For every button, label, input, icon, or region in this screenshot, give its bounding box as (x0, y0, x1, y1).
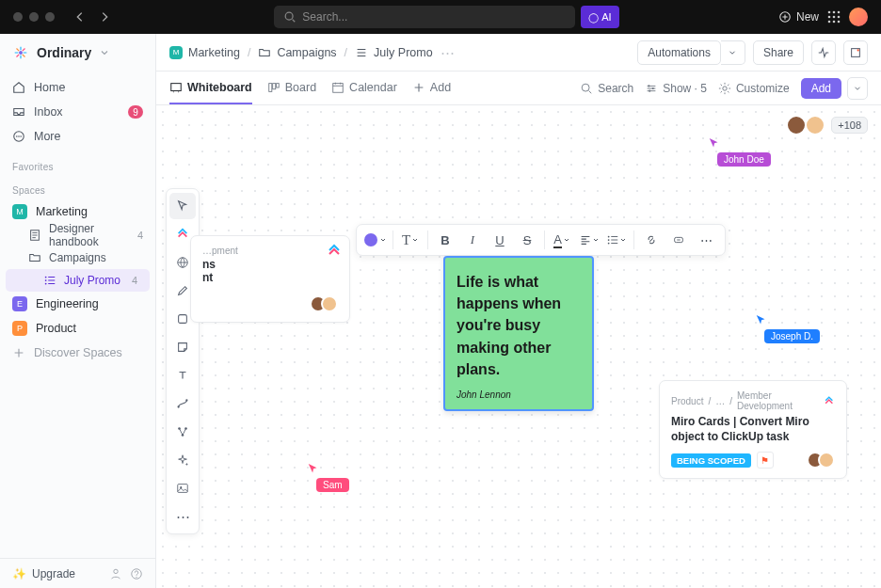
tab-whiteboard[interactable]: Whiteboard (169, 72, 252, 104)
tab-board[interactable]: Board (267, 72, 316, 104)
customize-button[interactable]: Customize (718, 82, 790, 95)
fullscreen-button[interactable] (843, 40, 868, 65)
assignee-avatar[interactable] (321, 295, 338, 312)
share-button[interactable]: Share (753, 40, 804, 65)
chevron-down-icon (592, 236, 600, 244)
tool-select[interactable] (169, 193, 196, 219)
tool-connector[interactable] (169, 390, 196, 417)
tool-text[interactable] (169, 362, 196, 389)
svg-point-4 (838, 11, 841, 14)
align-button[interactable] (576, 228, 602, 252)
sidebar-space-marketing[interactable]: M Marketing (0, 199, 155, 224)
sidebar-item-designer-handbook[interactable]: Designer handbook 4 (0, 224, 155, 246)
window-controls[interactable] (13, 12, 55, 22)
whiteboard-canvas[interactable]: +108 ⋯ …pment nsnt (156, 105, 881, 588)
card-crumb[interactable]: Member Development (737, 390, 819, 411)
tab-add-view[interactable]: Add (412, 72, 451, 104)
sidebar-discover-spaces[interactable]: Discover Spaces (0, 341, 155, 365)
ai-button[interactable]: ◯AI (581, 6, 618, 28)
more-format-button[interactable]: ⋯ (693, 228, 719, 252)
sidebar-item-campaigns[interactable]: Campaigns (0, 246, 155, 269)
titlebar: Search... ◯AI New (0, 0, 881, 34)
chevron-down-icon (563, 236, 570, 244)
automations-button[interactable]: Automations (637, 40, 721, 65)
connector-icon (176, 397, 189, 410)
help-icon[interactable] (130, 567, 143, 580)
tool-ai[interactable] (169, 447, 196, 473)
sidebar-item-more[interactable]: More (0, 124, 155, 149)
text-style-button[interactable]: T (397, 228, 424, 252)
global-search-input[interactable]: Search... (274, 6, 575, 28)
automations-dropdown[interactable] (721, 40, 745, 65)
back-button[interactable] (70, 7, 90, 27)
chevron-down-icon (99, 46, 110, 59)
presence-count[interactable]: +108 (831, 117, 868, 134)
convert-button[interactable] (665, 228, 692, 252)
sidebar-item-july-promo[interactable]: July Promo 4 (6, 269, 150, 292)
text-color-button[interactable]: A (549, 228, 575, 252)
tool-sticky[interactable] (169, 334, 196, 360)
activity-button[interactable] (811, 40, 836, 65)
presence-avatars[interactable]: +108 (786, 115, 868, 135)
close-window-icon[interactable] (13, 12, 23, 22)
chevron-left-icon (73, 10, 87, 24)
spaces-header: Spaces (0, 176, 155, 199)
sidebar-item-inbox[interactable]: Inbox 9 (0, 100, 155, 124)
view-search-button[interactable]: Search (580, 82, 633, 95)
priority-flag[interactable]: ⚑ (757, 452, 774, 469)
card-crumb[interactable]: Product (671, 396, 703, 406)
svg-rect-25 (171, 83, 182, 90)
sticky-author[interactable]: John Lennon (457, 389, 581, 400)
show-button[interactable]: Show · 5 (645, 82, 707, 95)
chevron-down-icon (619, 236, 627, 244)
add-dropdown[interactable] (847, 77, 868, 100)
person-icon[interactable] (109, 567, 122, 580)
apps-grid-icon[interactable] (826, 9, 841, 24)
sticky-note[interactable]: Life is what happens when you're busy ma… (443, 256, 594, 411)
upgrade-button[interactable]: ✨ Upgrade (12, 567, 102, 580)
list-button[interactable] (603, 228, 630, 252)
bullet-list-icon (606, 233, 619, 246)
svg-rect-29 (333, 83, 344, 92)
sidebar-space-engineering[interactable]: E Engineering (0, 292, 155, 316)
status-badge[interactable]: BEING SCOPED (671, 453, 751, 468)
presence-avatar[interactable] (805, 115, 825, 135)
forward-button[interactable] (94, 7, 115, 27)
sidebar-space-product[interactable]: P Product (0, 316, 155, 341)
breadcrumb-campaigns[interactable]: Campaigns (258, 46, 336, 59)
tool-image[interactable] (169, 475, 196, 501)
tab-calendar[interactable]: Calendar (331, 72, 397, 104)
task-card[interactable]: Product/ …/ Member Development Miro Card… (659, 380, 847, 479)
svg-point-3 (833, 11, 836, 14)
breadcrumb-july-promo[interactable]: July Promo (355, 46, 433, 59)
sidebar-item-home[interactable]: Home (0, 75, 155, 100)
maximize-window-icon[interactable] (45, 12, 55, 22)
task-card[interactable]: …pment nsnt (190, 235, 350, 323)
tool-relation[interactable] (169, 419, 196, 445)
svg-point-37 (177, 405, 179, 407)
svg-rect-26 (269, 83, 272, 91)
minimize-window-icon[interactable] (29, 12, 39, 22)
link-button[interactable] (638, 228, 665, 252)
svg-point-5 (828, 16, 831, 19)
strike-button[interactable]: S (514, 228, 540, 252)
breadcrumb-marketing[interactable]: M Marketing (169, 46, 240, 59)
svg-point-24 (857, 49, 859, 51)
user-avatar[interactable] (849, 8, 868, 26)
pen-icon (176, 284, 189, 297)
add-button[interactable]: Add (801, 78, 841, 99)
sticky-text[interactable]: Life is what happens when you're busy ma… (457, 271, 581, 380)
italic-button[interactable]: I (459, 228, 486, 252)
new-button[interactable]: New (778, 10, 819, 24)
underline-button[interactable]: U (487, 228, 513, 252)
fill-color-button[interactable] (362, 228, 389, 252)
assignee-avatar[interactable] (818, 452, 835, 469)
presence-avatar[interactable] (786, 115, 807, 135)
format-toolbar: T B I U S A ⋯ (356, 224, 726, 256)
card-crumb[interactable]: … (715, 396, 725, 406)
tool-more[interactable]: ⋯ (169, 503, 196, 530)
more-icon[interactable]: ⋯ (440, 44, 455, 61)
workspace-switcher[interactable]: Ordinary (0, 34, 155, 72)
bold-button[interactable]: B (432, 228, 458, 252)
svg-point-14 (18, 135, 20, 137)
